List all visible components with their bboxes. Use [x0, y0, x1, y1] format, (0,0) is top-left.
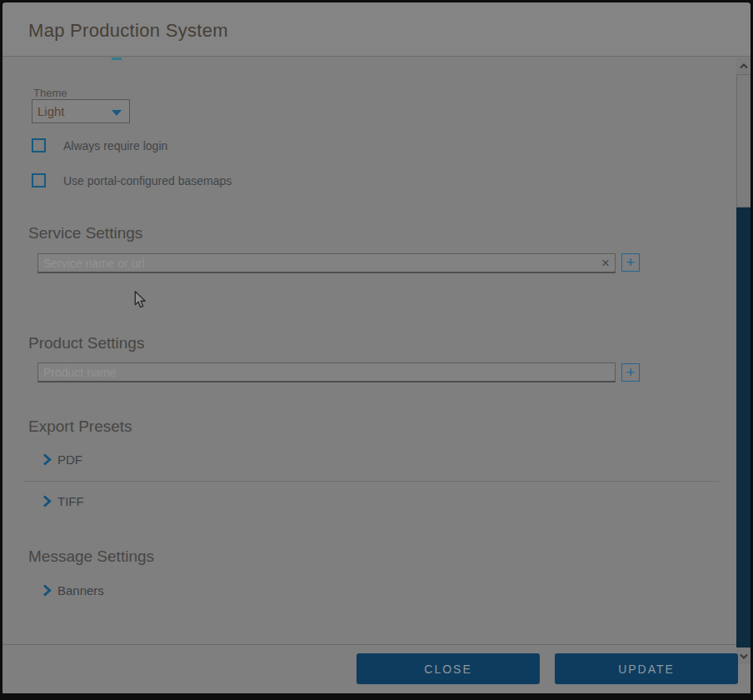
chevron-right-icon — [42, 453, 52, 466]
partially-scrolled-element-edge — [112, 58, 122, 60]
chevron-up-icon — [740, 63, 748, 69]
checkbox-row-always-require-login: Always require login — [32, 138, 167, 152]
add-service-button[interactable]: + — [621, 253, 640, 272]
service-name-input[interactable] — [37, 253, 616, 273]
theme-label: Theme — [33, 87, 67, 99]
dialog-header: Map Production System — [2, 2, 751, 57]
message-settings-row-banners[interactable]: Banners — [42, 583, 104, 598]
chevron-right-icon — [42, 495, 52, 508]
screen: Map Production System Theme Light Always… — [0, 0, 753, 700]
export-preset-row-pdf[interactable]: PDF — [42, 452, 82, 467]
theme-selected-value: Light — [37, 104, 65, 118]
scrollbar-thumb[interactable] — [736, 74, 751, 208]
chevron-down-icon — [740, 653, 748, 659]
always-require-login-label[interactable]: Always require login — [63, 139, 167, 152]
clear-input-icon[interactable]: × — [601, 255, 610, 272]
export-preset-label: TIFF — [57, 494, 84, 508]
product-input-wrap — [37, 362, 616, 382]
export-preset-label: PDF — [57, 452, 82, 467]
checkbox-row-portal-basemaps: Use portal-configured basemaps — [32, 173, 232, 188]
update-button[interactable]: UPDATE — [555, 653, 738, 684]
service-input-wrap: × — [37, 253, 616, 273]
vertical-scrollbar — [736, 58, 751, 664]
mouse-cursor-icon — [134, 291, 147, 308]
caret-down-icon — [112, 110, 122, 116]
chevron-right-icon — [42, 584, 52, 597]
export-preset-row-tiff[interactable]: TIFF — [42, 494, 84, 508]
scrollbar-up-button[interactable] — [736, 58, 751, 74]
use-portal-basemaps-checkbox[interactable] — [32, 173, 46, 188]
message-settings-heading: Message Settings — [28, 548, 154, 566]
use-portal-basemaps-label[interactable]: Use portal-configured basemaps — [63, 174, 232, 188]
message-settings-label: Banners — [57, 583, 104, 598]
map-production-system-dialog: Map Production System Theme Light Always… — [2, 2, 751, 693]
dialog-footer: CLOSE UPDATE — [2, 644, 736, 693]
row-divider — [23, 481, 719, 482]
service-settings-heading: Service Settings — [28, 224, 142, 242]
add-product-button[interactable]: + — [621, 363, 640, 382]
dialog-title: Map Production System — [28, 20, 228, 42]
theme-select[interactable]: Light — [32, 99, 130, 123]
close-button[interactable]: CLOSE — [357, 653, 540, 684]
scrollbar-down-button[interactable] — [736, 648, 751, 664]
dialog-scroll-content: Theme Light Always require login Use por… — [2, 58, 736, 644]
export-presets-heading: Export Presets — [28, 418, 132, 436]
always-require-login-checkbox[interactable] — [32, 138, 46, 152]
product-name-input[interactable] — [37, 362, 616, 382]
product-settings-heading: Product Settings — [28, 334, 144, 352]
